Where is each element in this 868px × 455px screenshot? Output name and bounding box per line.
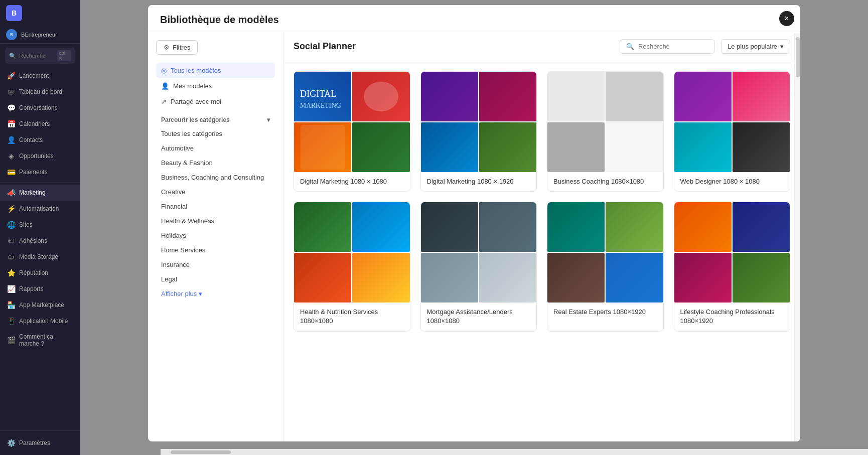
filter-icon: ⚙	[164, 44, 170, 51]
template-name: Mortgage Assistance/Lenders 1080×1080	[427, 308, 531, 326]
template-name: Real Estate Experts 1080×1920	[553, 308, 657, 317]
category-item-beauty-fashion[interactable]: Beauty & Fashion	[156, 156, 275, 170]
thumb-cell-3	[674, 253, 732, 302]
sidebar-item-label: Lancement	[19, 72, 49, 79]
menu-section: ◎ Tous les modèles 👤 Mes modèles ↗ Parta…	[156, 63, 275, 109]
account-name: BEntrepreneur	[21, 32, 57, 38]
menu-item-label: Mes modèles	[173, 82, 212, 90]
thumb-cell-1	[674, 202, 732, 252]
category-item-insurance[interactable]: Insurance	[156, 257, 275, 272]
sidebar-item-calendriers[interactable]: 📅 Calendriers	[0, 116, 80, 132]
category-item-toutes[interactable]: Toutes les catégories	[156, 126, 275, 141]
template-card-real-estate[interactable]: Real Estate Experts 1080×1920	[547, 202, 664, 331]
category-item-legal[interactable]: Legal	[156, 272, 275, 286]
search-bar[interactable]: 🔍 ctrl K	[5, 48, 75, 64]
sidebar-item-contacts[interactable]: 👤 Contacts	[0, 132, 80, 148]
template-card-mortgage[interactable]: Mortgage Assistance/Lenders 1080×1080	[420, 202, 537, 331]
sidebar-item-media-storage[interactable]: 🗂 Media Storage	[0, 249, 80, 265]
sidebar-item-adhesions[interactable]: 🏷 Adhésions	[0, 233, 80, 249]
category-header[interactable]: Parcourir les catégories ▾	[156, 111, 275, 126]
sidebar-item-how-it-works[interactable]: 🎬 Comment ça marche ?	[0, 329, 80, 351]
sidebar-item-application-mobile[interactable]: 📱 Application Mobile	[0, 313, 80, 329]
sidebar-item-label: Rapports	[19, 285, 44, 292]
main-content: Bibliothèque de modèles × ⚙ Filtres ◎ To	[80, 0, 868, 455]
template-info: Lifestyle Coaching Professionals 1080×19…	[674, 302, 790, 331]
category-item-home-services[interactable]: Home Services	[156, 243, 275, 257]
template-thumbnail	[294, 202, 410, 302]
search-input[interactable]	[19, 53, 54, 59]
vertical-scrollbar[interactable]	[794, 33, 800, 441]
menu-item-tous-modeles[interactable]: ◎ Tous les modèles	[156, 63, 275, 78]
thumb-cell-2	[606, 72, 663, 121]
thumb-cell-4	[479, 253, 536, 302]
category-item-automotive[interactable]: Automotive	[156, 141, 275, 156]
category-item-business-coaching[interactable]: Business, Coaching and Consulting	[156, 170, 275, 185]
template-card-web-designer[interactable]: Web Designer 1080 × 1080	[674, 71, 791, 192]
nav-divider	[0, 182, 80, 183]
filter-button[interactable]: ⚙ Filtres	[156, 40, 198, 55]
right-panel: Social Planner 🔍 Le plus populaire ▾	[283, 32, 800, 441]
sidebar-item-opportunites[interactable]: ◈ Opportunités	[0, 148, 80, 164]
sidebar-item-label: Comment ça marche ?	[19, 333, 73, 347]
sidebar-item-lancement[interactable]: 🚀 Lancement	[0, 68, 80, 84]
account-selector[interactable]: B BEntrepreneur	[0, 26, 80, 44]
chevron-down-icon-small: ▾	[199, 290, 202, 297]
show-more-button[interactable]: Afficher plus ▾	[156, 286, 275, 301]
chevron-down-icon-sort: ▾	[780, 43, 784, 50]
search-icon-2: 🔍	[626, 43, 634, 50]
thumb-cell-2	[352, 202, 409, 252]
thumb-cell-4	[352, 253, 409, 302]
sidebar-logo: B	[0, 0, 80, 26]
template-thumbnail	[547, 202, 663, 302]
all-templates-icon: ◎	[161, 67, 167, 74]
template-name: Business Coaching 1080×1080	[553, 177, 657, 186]
memberships-icon: 🏷	[7, 237, 15, 245]
template-thumbnail	[421, 202, 537, 302]
template-card-dm-1080[interactable]: Digital Marketing 1080 × 1080	[294, 71, 410, 192]
sidebar-item-label: Sites	[19, 221, 33, 228]
sidebar-item-tableau-de-bord[interactable]: ⊞ Tableau de bord	[0, 84, 80, 100]
sidebar-item-label: Adhésions	[19, 237, 47, 244]
sidebar-item-label: Paramètres	[19, 439, 50, 446]
automation-icon: ⚡	[7, 205, 15, 213]
template-card-dm-1920[interactable]: Digital Marketing 1080 × 1920	[420, 71, 537, 192]
horizontal-scrollbar[interactable]	[161, 449, 868, 455]
sort-dropdown[interactable]: Le plus populaire ▾	[721, 39, 790, 54]
menu-item-partage-moi[interactable]: ↗ Partagé avec moi	[156, 94, 275, 109]
sidebar-nav: 🚀 Lancement ⊞ Tableau de bord 💬 Conversa…	[0, 68, 80, 430]
template-search-box[interactable]: 🔍	[620, 39, 715, 54]
sidebar-item-sites[interactable]: 🌐 Sites	[0, 217, 80, 233]
sidebar-item-parametres[interactable]: ⚙️ Paramètres	[0, 435, 80, 451]
opportunities-icon: ◈	[7, 152, 15, 160]
sidebar-item-marketing[interactable]: 📣 Marketing	[0, 185, 80, 201]
left-panel: ⚙ Filtres ◎ Tous les modèles 👤 Mes modèl…	[148, 32, 283, 441]
shared-templates-icon: ↗	[161, 98, 167, 105]
template-info: Mortgage Assistance/Lenders 1080×1080	[421, 302, 537, 331]
sidebar-item-reputation[interactable]: ⭐ Réputation	[0, 265, 80, 281]
template-card-business-coaching[interactable]: Business Coaching 1080×1080	[547, 71, 664, 192]
thumb-cell-4	[733, 122, 790, 172]
sidebar-item-label: Calendriers	[19, 120, 50, 127]
account-avatar: B	[6, 29, 17, 40]
sidebar-item-conversations[interactable]: 💬 Conversations	[0, 100, 80, 116]
settings-icon: ⚙️	[7, 439, 15, 447]
category-item-financial[interactable]: Financial	[156, 199, 275, 214]
sidebar-item-app-marketplace[interactable]: 🏪 App Marketplace	[0, 297, 80, 313]
category-item-health-wellness[interactable]: Health & Wellness	[156, 214, 275, 228]
sidebar-item-label: Réputation	[19, 269, 48, 276]
mobile-icon: 📱	[7, 317, 15, 325]
sidebar-item-paiements[interactable]: 💳 Paiements	[0, 164, 80, 180]
sidebar-item-automatisation[interactable]: ⚡ Automatisation	[0, 201, 80, 217]
thumb-cell-1	[547, 202, 605, 252]
modal-close-button[interactable]: ×	[779, 11, 794, 26]
template-info: Real Estate Experts 1080×1920	[547, 302, 663, 322]
menu-item-mes-modeles[interactable]: 👤 Mes modèles	[156, 78, 275, 94]
template-card-lifestyle-coaching[interactable]: Lifestyle Coaching Professionals 1080×19…	[674, 202, 791, 331]
thumb-cell-3	[294, 253, 351, 302]
template-search-input[interactable]	[638, 43, 708, 50]
category-item-creative[interactable]: Creative	[156, 185, 275, 199]
calendar-icon: 📅	[7, 120, 15, 128]
sidebar-item-rapports[interactable]: 📈 Rapports	[0, 281, 80, 297]
template-card-health-nutrition[interactable]: Health & Nutrition Services 1080×1080	[294, 202, 410, 331]
category-item-holidays[interactable]: Holidays	[156, 228, 275, 243]
